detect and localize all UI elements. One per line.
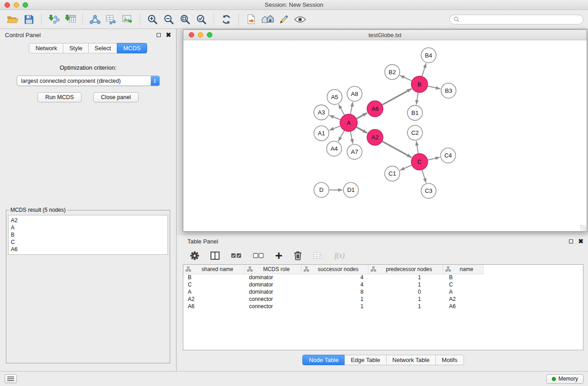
search-input[interactable]: [462, 16, 579, 23]
zoom-in-button[interactable]: [144, 12, 161, 27]
network-edge[interactable]: [422, 170, 426, 183]
zoom-network-window-button[interactable]: [207, 32, 212, 38]
list-item[interactable]: A2: [11, 217, 165, 224]
close-panel-button[interactable]: Close panel: [93, 92, 139, 102]
network-node[interactable]: B1: [407, 105, 422, 120]
network-node[interactable]: A: [340, 114, 357, 131]
list-item[interactable]: C: [11, 238, 165, 246]
network-edge[interactable]: [422, 63, 426, 76]
network-edge[interactable]: [400, 76, 412, 81]
float-table-panel-icon[interactable]: [569, 239, 573, 243]
network-edge[interactable]: [357, 127, 367, 133]
network-edge[interactable]: [329, 126, 340, 130]
table-row[interactable]: A2connector11A2: [183, 295, 483, 303]
close-network-window-button[interactable]: [189, 32, 194, 38]
table-row[interactable]: Cdominator41C: [183, 281, 483, 288]
show-panel-list-button[interactable]: [5, 374, 17, 383]
network-edge[interactable]: [350, 102, 353, 114]
column-header-mcds-role[interactable]: MCDS role: [244, 265, 301, 274]
mcds-result-list[interactable]: A2 A B C A6: [8, 215, 168, 255]
minimize-window-button[interactable]: [14, 2, 19, 8]
network-node[interactable]: A6: [367, 101, 383, 117]
network-node[interactable]: A4: [327, 141, 342, 156]
network-edge[interactable]: [416, 93, 418, 105]
column-header-name[interactable]: name: [443, 265, 483, 274]
refresh-button[interactable]: [218, 12, 234, 27]
network-node[interactable]: B3: [441, 83, 456, 98]
delete-column-button[interactable]: [294, 251, 302, 261]
show-graphics-details-button[interactable]: [292, 12, 308, 27]
network-node[interactable]: A2: [367, 129, 383, 145]
network-node[interactable]: C: [411, 154, 428, 170]
import-network-button[interactable]: [46, 12, 62, 27]
first-neighbors-button[interactable]: [87, 12, 103, 27]
network-edge[interactable]: [350, 132, 353, 143]
home-button[interactable]: [259, 12, 276, 27]
network-edge[interactable]: [428, 157, 440, 160]
network-node[interactable]: A8: [347, 86, 362, 101]
zoom-window-button[interactable]: [23, 2, 28, 8]
network-edge[interactable]: [400, 165, 412, 170]
list-item[interactable]: A: [11, 224, 165, 231]
run-mcds-button[interactable]: Run MCDS: [38, 92, 81, 102]
report-button[interactable]: [243, 12, 259, 27]
network-node[interactable]: C1: [385, 166, 400, 181]
tab-style[interactable]: Style: [63, 43, 89, 53]
memory-button[interactable]: Memory: [546, 374, 583, 384]
network-node[interactable]: C4: [440, 148, 455, 163]
tab-network-table[interactable]: Network Table: [386, 355, 436, 365]
column-header-predecessor-nodes[interactable]: predecessor nodes: [368, 265, 443, 274]
tab-network[interactable]: Network: [29, 43, 63, 53]
network-edge[interactable]: [329, 115, 340, 119]
column-header-shared-name[interactable]: shared name: [183, 265, 244, 274]
search-field[interactable]: [449, 14, 583, 24]
network-edge[interactable]: [339, 105, 344, 115]
tab-edge-table[interactable]: Edge Table: [344, 355, 387, 365]
table-row[interactable]: Bdominator41B: [183, 274, 483, 281]
tab-select[interactable]: Select: [88, 43, 117, 53]
import-table-button[interactable]: [62, 12, 78, 27]
list-item[interactable]: A6: [11, 246, 165, 253]
show-columns-button[interactable]: [210, 252, 220, 260]
criterion-dropdown[interactable]: largest connected component (directed) ▲…: [17, 76, 160, 86]
create-column-button[interactable]: [275, 252, 282, 259]
network-node[interactable]: C2: [407, 125, 422, 140]
close-table-panel-icon[interactable]: ✖: [578, 238, 583, 244]
tab-motifs[interactable]: Motifs: [435, 355, 464, 365]
node-table[interactable]: shared name MCDS role successor nodes pr…: [183, 264, 583, 350]
zoom-selected-button[interactable]: [193, 12, 210, 27]
tab-mcds[interactable]: MCDS: [117, 43, 147, 53]
network-node[interactable]: D: [314, 182, 329, 197]
network-edge[interactable]: [428, 86, 440, 89]
network-edge[interactable]: [382, 89, 412, 105]
list-item[interactable]: B: [11, 231, 165, 238]
open-session-button[interactable]: [5, 12, 21, 27]
network-node[interactable]: B2: [385, 65, 400, 80]
network-node[interactable]: A3: [314, 105, 329, 120]
close-panel-icon[interactable]: ✖: [166, 32, 171, 38]
network-node[interactable]: A1: [314, 126, 329, 141]
resize-grip[interactable]: [580, 225, 586, 231]
column-header-successor-nodes[interactable]: successor nodes: [301, 265, 368, 274]
tab-node-table[interactable]: Node Table: [302, 355, 345, 365]
network-node[interactable]: B: [411, 76, 428, 92]
export-image-button[interactable]: [120, 12, 136, 27]
network-node[interactable]: D1: [344, 182, 359, 197]
float-panel-icon[interactable]: [157, 33, 161, 37]
select-all-button[interactable]: [231, 253, 242, 259]
apply-style-button[interactable]: [276, 12, 292, 27]
network-node[interactable]: B4: [421, 48, 436, 63]
network-edge[interactable]: [357, 113, 367, 119]
close-window-button[interactable]: [5, 2, 10, 8]
network-node[interactable]: A7: [347, 144, 362, 159]
deselect-all-button[interactable]: [253, 253, 264, 259]
network-node[interactable]: A5: [327, 90, 342, 105]
minimize-network-window-button[interactable]: [198, 32, 203, 38]
save-session-button[interactable]: [21, 12, 37, 27]
new-network-from-selection-button[interactable]: [103, 12, 120, 27]
table-row[interactable]: A6connector11A6: [183, 303, 483, 310]
network-graph[interactable]: AA6A2BCA1A3A4A5A7A8B1B2B3B4C1C2C3C4DD1: [183, 40, 587, 231]
network-edge[interactable]: [338, 131, 344, 142]
zoom-out-button[interactable]: [161, 12, 177, 27]
network-edge[interactable]: [416, 141, 418, 153]
